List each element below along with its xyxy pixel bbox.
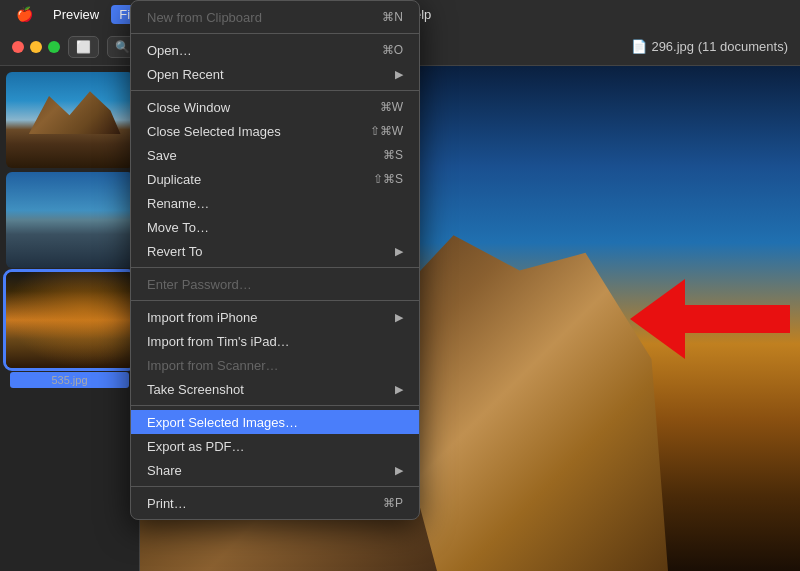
menu-item-label: Close Selected Images [147,124,370,139]
menu-item-label: Save [147,148,383,163]
sidebar-icon: ⬜ [76,40,91,54]
menu-item-label: Print… [147,496,383,511]
submenu-arrow-icon: ▶ [395,68,403,81]
menu-separator-14 [131,300,419,301]
menu-item-import-from-scanner-: Import from Scanner… [131,353,419,377]
submenu-arrow-icon: ▶ [395,311,403,324]
menu-separator-1 [131,33,419,34]
menu-item-share[interactable]: Share▶ [131,458,419,482]
traffic-lights [12,41,60,53]
menu-item-label: Take Screenshot [147,382,391,397]
menu-item-enter-password-: Enter Password… [131,272,419,296]
menu-item-label: Duplicate [147,172,373,187]
menu-item-label: Export Selected Images… [147,415,403,430]
menu-shortcut: ⌘P [383,496,403,510]
menu-item-label: Import from Scanner… [147,358,403,373]
menu-shortcut: ⌘O [382,43,403,57]
menu-item-label: New from Clipboard [147,10,382,25]
menu-shortcut: ⇧⌘S [373,172,403,186]
zoom-out-icon: 🔍 [115,40,130,54]
title-bar-right: 📄 296.jpg (11 documents) [631,39,788,54]
minimize-button[interactable] [30,41,42,53]
menu-separator-4 [131,90,419,91]
menu-item-label: Share [147,463,391,478]
file-menu-dropdown[interactable]: New from Clipboard⌘NOpen…⌘OOpen Recent▶C… [130,0,420,520]
sidebar-toggle[interactable]: ⬜ [68,36,99,58]
sidebar: 535.jpg [0,66,140,571]
menu-item-move-to-[interactable]: Move To… [131,215,419,239]
menu-item-save[interactable]: Save⌘S [131,143,419,167]
sidebar-thumb-3[interactable] [6,272,134,368]
menu-item-new-from-clipboard: New from Clipboard⌘N [131,5,419,29]
menu-shortcut: ⌘N [382,10,403,24]
menu-item-label: Close Window [147,100,380,115]
close-button[interactable] [12,41,24,53]
menu-shortcut: ⌘S [383,148,403,162]
menu-item-open-recent[interactable]: Open Recent▶ [131,62,419,86]
menu-item-label: Open Recent [147,67,391,82]
menu-shortcut: ⇧⌘W [370,124,403,138]
window-title: 📄 296.jpg (11 documents) [631,39,788,54]
thumbnail-image-1 [6,72,134,168]
menu-shortcut: ⌘W [380,100,403,114]
thumbnail-image-3 [6,272,134,368]
maximize-button[interactable] [48,41,60,53]
menu-item-print-[interactable]: Print…⌘P [131,491,419,515]
menu-item-close-window[interactable]: Close Window⌘W [131,95,419,119]
menu-item-export-selected-images-[interactable]: Export Selected Images… [131,410,419,434]
sidebar-thumb-1[interactable] [6,72,134,168]
thumbnail-image-2 [6,172,134,268]
submenu-arrow-icon: ▶ [395,464,403,477]
submenu-arrow-icon: ▶ [395,383,403,396]
sidebar-thumb-2[interactable] [6,172,134,268]
menu-item-label: Rename… [147,196,403,211]
menu-item-label: Open… [147,43,382,58]
menu-separator-19 [131,405,419,406]
menu-item-label: Enter Password… [147,277,403,292]
menu-separator-23 [131,486,419,487]
menu-item-take-screenshot[interactable]: Take Screenshot▶ [131,377,419,401]
menu-item-open-[interactable]: Open…⌘O [131,38,419,62]
menu-item-export-as-pdf-[interactable]: Export as PDF… [131,434,419,458]
menu-item-rename-[interactable]: Rename… [131,191,419,215]
menu-item-label: Revert To [147,244,391,259]
menu-item-duplicate[interactable]: Duplicate⇧⌘S [131,167,419,191]
apple-menu[interactable]: 🍎 [8,6,41,22]
thumb-filename: 535.jpg [10,372,129,388]
menu-item-label: Import from iPhone [147,310,391,325]
menu-item-revert-to[interactable]: Revert To▶ [131,239,419,263]
submenu-arrow-icon: ▶ [395,245,403,258]
menu-item-import-from-tim-s-ipad-[interactable]: Import from Tim's iPad… [131,329,419,353]
menu-item-close-selected-images[interactable]: Close Selected Images⇧⌘W [131,119,419,143]
menu-item-label: Import from Tim's iPad… [147,334,403,349]
menu-item-label: Export as PDF… [147,439,403,454]
title-icon: 📄 [631,39,647,54]
menu-item-import-from-iphone[interactable]: Import from iPhone▶ [131,305,419,329]
menu-separator-12 [131,267,419,268]
menubar-preview[interactable]: Preview [45,5,107,24]
menu-item-label: Move To… [147,220,403,235]
